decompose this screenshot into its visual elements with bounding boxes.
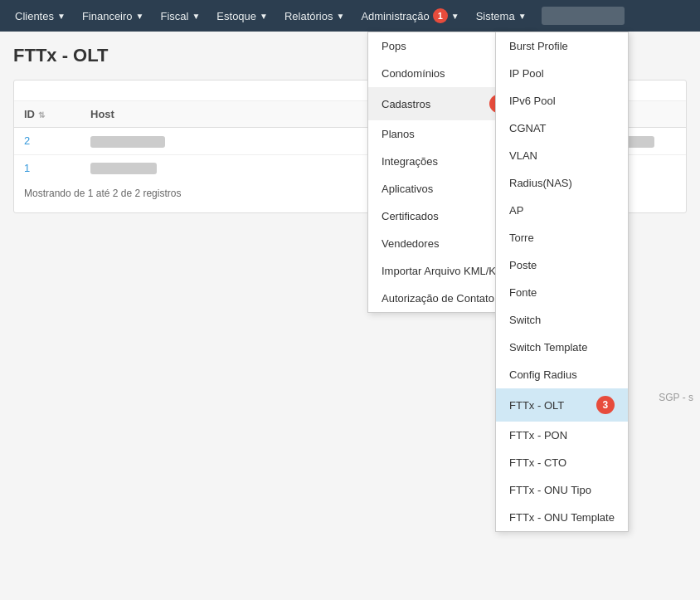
nav-estoque[interactable]: Estoque ▼ bbox=[208, 0, 276, 32]
cell-id[interactable]: 1 bbox=[14, 154, 80, 181]
sub-item-ip-pool[interactable]: IP Pool bbox=[496, 60, 628, 87]
col-id[interactable]: ID ⇅ bbox=[14, 101, 80, 128]
step-badge-1: 1 bbox=[433, 8, 448, 23]
nav-relatorios[interactable]: Relatórios ▼ bbox=[276, 0, 352, 32]
sub-item-ipv6-pool[interactable]: IPv6 Pool bbox=[496, 87, 628, 115]
navbar: Clientes ▼ Financeiro ▼ Fiscal ▼ Estoque… bbox=[0, 0, 700, 32]
caret-icon: ▼ bbox=[336, 12, 344, 21]
sub-item-poste[interactable]: Poste bbox=[496, 251, 628, 279]
sub-item-ap[interactable]: AP bbox=[496, 197, 628, 224]
nav-administracao[interactable]: Administração 1 ▼ bbox=[352, 0, 467, 32]
sub-item-cgnat[interactable]: CGNAT bbox=[496, 115, 628, 142]
nav-clientes[interactable]: Clientes ▼ bbox=[7, 0, 74, 32]
sub-dropdown: Burst Profile IP Pool IPv6 Pool CGNAT VL… bbox=[495, 32, 629, 532]
nav-sistema[interactable]: Sistema ▼ bbox=[468, 0, 535, 32]
caret-icon: ▼ bbox=[136, 12, 144, 21]
sub-item-switch-template[interactable]: Switch Template bbox=[496, 334, 628, 361]
sub-item-fonte[interactable]: Fonte bbox=[496, 279, 628, 306]
sub-item-vlan[interactable]: VLAN bbox=[496, 142, 628, 169]
step-badge-3: 3 bbox=[596, 396, 615, 414]
sub-item-fttx-cto[interactable]: FTTx - CTO bbox=[496, 449, 628, 476]
sub-item-fttx-onu-template[interactable]: FTTx - ONU Template bbox=[496, 504, 628, 531]
sub-item-config-radius[interactable]: Config Radius bbox=[496, 361, 628, 388]
sub-item-fttx-onu-tipo[interactable]: FTTx - ONU Tipo bbox=[496, 476, 628, 504]
caret-icon: ▼ bbox=[192, 12, 200, 21]
caret-icon: ▼ bbox=[260, 12, 268, 21]
nav-fiscal[interactable]: Fiscal ▼ bbox=[152, 0, 208, 32]
sub-item-fttx-olt[interactable]: FTTx - OLT 3 bbox=[496, 388, 628, 422]
sub-item-burst-profile[interactable]: Burst Profile bbox=[496, 32, 628, 60]
search-input[interactable] bbox=[542, 7, 625, 25]
sub-item-switch[interactable]: Switch bbox=[496, 306, 628, 334]
caret-icon: ▼ bbox=[451, 12, 459, 21]
sub-item-fttx-pon[interactable]: FTTx - PON bbox=[496, 422, 628, 449]
sgp-label: SGP - s bbox=[659, 392, 700, 403]
caret-icon: ▼ bbox=[518, 12, 527, 21]
caret-icon: ▼ bbox=[57, 12, 66, 21]
cell-id[interactable]: 2 bbox=[14, 128, 80, 155]
nav-financeiro[interactable]: Financeiro ▼ bbox=[74, 0, 153, 32]
sub-item-torre[interactable]: Torre bbox=[496, 224, 628, 251]
sub-item-radius[interactable]: Radius(NAS) bbox=[496, 169, 628, 197]
